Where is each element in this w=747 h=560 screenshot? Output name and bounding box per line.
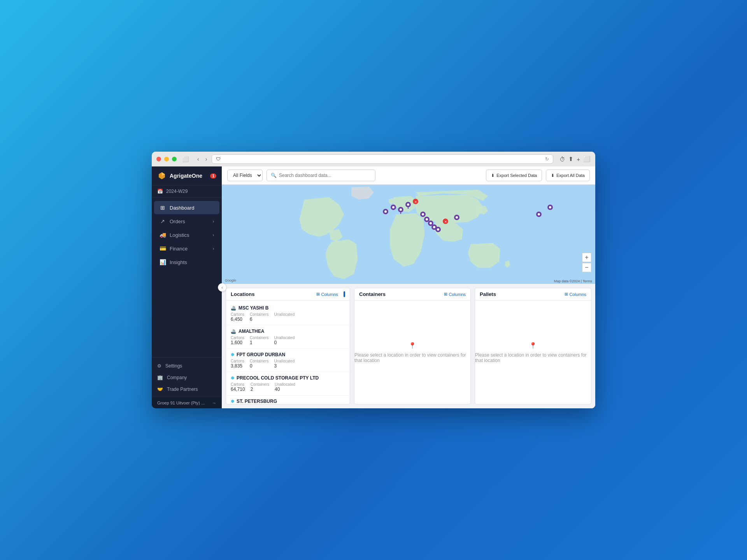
history-button[interactable]: ⏱ [559, 156, 565, 163]
company-icon: 🏢 [157, 375, 163, 380]
forward-button[interactable]: › [204, 155, 209, 163]
close-button[interactable] [156, 157, 161, 161]
list-item[interactable]: 🚢 MSC YASHI B Cartons 6,450 Containers [226, 302, 350, 326]
locations-columns-button[interactable]: ⊞ Columns [316, 292, 338, 297]
sidebar-item-settings[interactable]: ⚙ Settings [152, 360, 222, 372]
location-pin-icon: 📍 [529, 342, 537, 349]
period-label: 2024-W29 [166, 189, 188, 194]
map-pin[interactable] [383, 209, 389, 217]
pallets-empty-state: 📍 Please select a location in order to v… [475, 301, 591, 404]
sidebar-item-label: Logistics [170, 232, 189, 238]
arrow-icon: → [212, 401, 216, 405]
map-controls: + − [582, 253, 591, 272]
orders-icon: ↗ [160, 218, 166, 224]
containers-empty-message: Please select a location in order to vie… [354, 352, 470, 363]
containers-columns-button[interactable]: ⊞ Columns [444, 292, 466, 297]
location-pin-icon: 📍 [409, 342, 416, 349]
zoom-in-button[interactable]: + [582, 253, 591, 262]
search-icon: 🔍 [271, 173, 277, 178]
export-selected-button[interactable]: ⬇ Export Selected Data [486, 170, 542, 181]
list-item[interactable]: 🚢 AMALTHEA Cartons 1,600 Containers [226, 326, 350, 349]
map-pin[interactable]: ✕ [413, 199, 419, 206]
dashboard-icon: ⊞ [160, 205, 166, 211]
map-pin[interactable] [547, 205, 554, 212]
company-bar[interactable]: Groep 91 Uitvoer (Pty) ... → [152, 397, 222, 408]
zoom-out-button[interactable]: − [582, 263, 591, 272]
tabs-button[interactable]: ⬜ [583, 156, 591, 163]
map-container[interactable]: ✕ [222, 185, 595, 284]
chevron-right-icon: › [213, 219, 214, 224]
calendar-icon: 📅 [157, 189, 163, 194]
snowflake-icon: ❄ [231, 376, 234, 381]
sidebar-collapse-button[interactable]: ‹ [218, 283, 226, 292]
svg-point-13 [426, 218, 428, 220]
location-name: 🚢 AMALTHEA [231, 329, 345, 334]
sidebar-item-finance[interactable]: 💳 Finance › [154, 242, 219, 255]
sidebar-item-company[interactable]: 🏢 Company [152, 372, 222, 383]
columns-icon: ⊞ [565, 292, 568, 297]
panels-row: Locations ⊞ Columns 🚢 MSC YASHI B [222, 284, 595, 408]
sidebar-bottom: ⚙ Settings 🏢 Company 🤝 Trade Partners [152, 357, 222, 397]
location-name: ❄ FPT GROUP DURBAN [231, 352, 345, 357]
pallets-columns-button[interactable]: ⊞ Columns [565, 292, 586, 297]
map-pin[interactable] [391, 205, 397, 212]
maximize-button[interactable] [172, 157, 177, 161]
list-item[interactable]: ❄ FPT GROUP DURBAN Cartons 3,835 Contain… [226, 349, 350, 372]
svg-text:✕: ✕ [444, 220, 447, 224]
trade-partners-label: Trade Partners [167, 387, 198, 392]
new-tab-button[interactable]: + [577, 156, 580, 163]
sidebar-item-orders[interactable]: ↗ Orders › [154, 215, 219, 228]
browser-actions: ⏱ ⬆ + ⬜ [559, 156, 591, 163]
sidebar-period[interactable]: 📅 2024-W29 [152, 186, 222, 198]
location-name: 🚢 MSC YASHI B [231, 305, 345, 311]
download-icon: ⬇ [551, 173, 554, 178]
location-stats: Cartons 6,450 Containers 6 Unallocated [231, 312, 345, 322]
shield-icon: 🛡 [216, 156, 221, 162]
search-input[interactable] [279, 173, 371, 178]
map-pin[interactable]: ✕ [443, 219, 449, 226]
main-content: All Fields 🔍 ⬇ Export Selected Data ⬇ Ex… [222, 166, 595, 408]
sidebar-item-logistics[interactable]: 🚚 Logistics › [154, 228, 219, 242]
pallets-panel-title: Pallets [480, 291, 496, 297]
sidebar-item-label: Dashboard [170, 205, 195, 211]
ship-icon: 🚢 [231, 306, 236, 311]
map-pin[interactable] [405, 202, 412, 210]
map-background: ✕ [222, 185, 595, 284]
snowflake-icon: ❄ [231, 352, 234, 357]
sidebar-item-trade-partners[interactable]: 🤝 Trade Partners [152, 383, 222, 395]
columns-icon: ⊞ [316, 292, 320, 297]
locations-panel-title: Locations [231, 291, 254, 297]
sidebar-toggle-button[interactable]: ⬜ [180, 155, 191, 163]
download-icon: ⬇ [491, 173, 494, 178]
finance-icon: 💳 [160, 245, 166, 252]
back-button[interactable]: ‹ [196, 155, 201, 163]
minimize-button[interactable] [164, 157, 169, 161]
chevron-right-icon: › [213, 247, 214, 251]
chevron-right-icon: › [213, 233, 214, 237]
sidebar-item-dashboard[interactable]: ⊞ Dashboard [154, 201, 219, 214]
list-item[interactable]: ❄ ST. PETERSBURG Cartons 990 Containers [226, 396, 350, 404]
field-select[interactable]: All Fields [227, 170, 263, 181]
sidebar: AgrigateOne 1 📅 2024-W29 ⊞ Dashboard ↗ O… [152, 166, 222, 408]
sidebar-item-label: Insights [170, 259, 187, 265]
columns-icon: ⊞ [444, 292, 447, 297]
map-pin[interactable] [454, 215, 460, 222]
export-all-button[interactable]: ⬇ Export All Data [546, 170, 590, 181]
search-bar: 🔍 [267, 170, 375, 181]
map-pin[interactable] [435, 227, 442, 234]
svg-text:✕: ✕ [414, 200, 417, 204]
pallets-empty-message: Please select a location in order to vie… [475, 352, 591, 363]
company-label: Company [167, 375, 187, 380]
sidebar-item-insights[interactable]: 📊 Insights [154, 256, 219, 269]
refresh-icon[interactable]: ↻ [545, 156, 549, 162]
trade-partners-icon: 🤝 [157, 387, 163, 392]
google-logo: Google [225, 278, 236, 282]
map-pin[interactable] [398, 207, 404, 215]
list-item[interactable]: ❄ PRECOOL COLD STORAGE PTY LTD Cartons 6… [226, 372, 350, 396]
pallets-panel-header: Pallets ⊞ Columns [475, 288, 591, 301]
sidebar-logo: AgrigateOne 1 [152, 166, 222, 186]
url-bar[interactable]: 🛡 ↻ [212, 154, 553, 164]
share-button[interactable]: ⬆ [568, 156, 573, 163]
map-pin[interactable] [536, 212, 542, 219]
svg-point-5 [400, 208, 402, 211]
